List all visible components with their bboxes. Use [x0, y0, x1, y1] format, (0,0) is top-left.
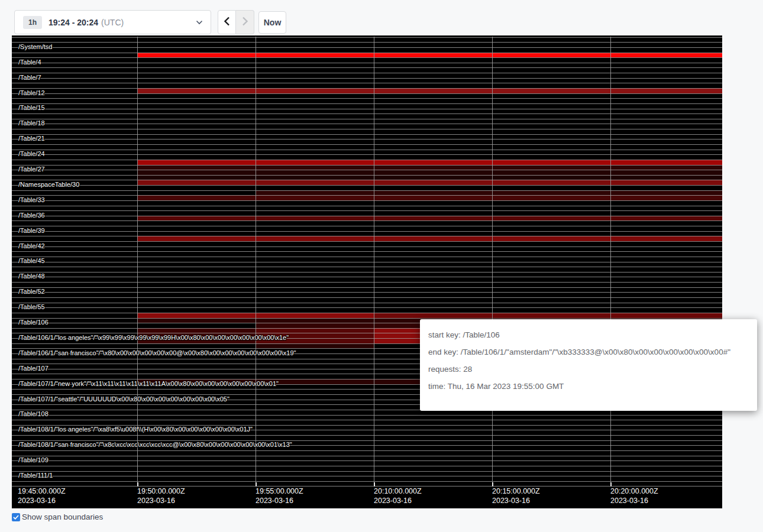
span-boundary-line [12, 109, 722, 109]
span-boundary-line [12, 154, 722, 155]
span-boundary-line [12, 190, 722, 191]
chevron-right-icon [242, 17, 248, 28]
span-boundary-line [12, 303, 722, 303]
span-key-label: /System/tsd [18, 44, 52, 50]
heatmap-band[interactable] [137, 216, 723, 221]
span-boundary-line [12, 318, 722, 319]
show-span-boundaries-checkbox[interactable] [12, 513, 20, 521]
span-boundary-line [12, 67, 722, 68]
heatmap-band[interactable] [256, 343, 374, 349]
axis-tick-date: 2023-03-16 [610, 497, 648, 505]
span-boundary-line [12, 267, 722, 267]
previous-interval-button[interactable] [218, 10, 236, 34]
heatmap-band[interactable] [137, 53, 723, 58]
span-key-label: /Table/109 [18, 457, 49, 463]
span-boundary-line [12, 313, 722, 313]
heatmap-band[interactable] [374, 313, 723, 318]
heatmap-band[interactable] [137, 195, 723, 200]
heatmap-band[interactable] [137, 180, 723, 185]
tooltip-requests: requests: 28 [428, 365, 749, 374]
span-key-label: /Table/107/1/"seattle"/"UUUUUUD\x00\x80\… [18, 396, 229, 403]
span-key-label: /Table/55 [18, 304, 45, 310]
chevron-down-icon [196, 20, 203, 25]
key-visualizer-heatmap[interactable]: /System/tsd/Table/4/Table/7/Table/12/Tab… [12, 35, 722, 508]
span-boundary-line [12, 119, 722, 119]
span-boundary-line [12, 53, 722, 53]
axis-tickmark [610, 482, 612, 486]
span-boundary-line [12, 456, 722, 456]
next-interval-button-disabled[interactable] [236, 10, 254, 34]
span-boundary-line [12, 103, 722, 104]
span-boundary-line [12, 471, 722, 472]
span-boundary-line [12, 226, 722, 226]
span-key-label: /Table/108/1/"san francisco"/"\x8c\xcc\x… [18, 442, 292, 448]
span-boundary-line [12, 292, 722, 293]
span-key-label: /Table/106/1/"los angeles"/"\x99\x99\x99… [18, 335, 289, 341]
now-button[interactable]: Now [258, 11, 286, 34]
span-boundary-line [12, 231, 722, 232]
span-boundary-line [12, 246, 722, 247]
span-boundary-line [12, 210, 722, 211]
span-key-label: /Table/48 [18, 273, 45, 280]
span-key-label: /NamespaceTable/30 [18, 181, 79, 188]
axis-tick-date: 2023-03-16 [492, 497, 530, 505]
span-boundary-line [12, 73, 722, 73]
heatmap-band[interactable] [137, 165, 723, 170]
span-key-label: /Table/108 [18, 411, 49, 417]
heatmap-band[interactable] [137, 236, 723, 241]
span-boundary-line [12, 144, 722, 145]
span-boundary-line [12, 297, 722, 298]
span-key-label: /Table/18 [18, 120, 45, 126]
span-boundary-line [12, 139, 722, 140]
span-boundary-line [12, 476, 722, 476]
time-gridline [137, 37, 138, 486]
heatmap-band[interactable] [137, 88, 723, 93]
span-boundary-line [12, 466, 722, 466]
heatmap-band[interactable] [137, 170, 723, 175]
span-boundary-line [12, 175, 722, 176]
span-boundary-line [12, 98, 722, 99]
axis-tick-time: 20:10:00.000Z [374, 488, 422, 495]
time-gridline [610, 37, 611, 486]
span-boundary-line [12, 113, 722, 114]
time-range-selector[interactable]: 1h 19:24 - 20:24 (UTC) [14, 10, 211, 34]
span-boundary-line [12, 415, 722, 416]
span-boundary-line [12, 251, 722, 252]
span-boundary-line [12, 262, 722, 262]
span-boundary-line [12, 481, 722, 482]
span-boundary-line [12, 83, 722, 83]
span-boundary-line [12, 307, 722, 308]
span-key-label: /Table/15 [18, 105, 45, 111]
chevron-left-icon [224, 17, 230, 28]
span-key-label: /Table/107 [18, 365, 49, 372]
heatmap-band[interactable] [137, 175, 723, 180]
tooltip-time: time: Thu, 16 Mar 2023 19:55:00 GMT [428, 382, 749, 391]
heatmap-band[interactable] [256, 328, 374, 333]
heatmap-band[interactable] [137, 328, 256, 333]
span-boundary-line [12, 257, 722, 257]
span-key-label: /Table/24 [18, 151, 45, 157]
span-boundary-line [12, 37, 722, 38]
span-boundary-line [12, 277, 722, 277]
span-key-label: /Table/27 [18, 166, 45, 173]
time-nav-group [218, 10, 254, 34]
span-boundary-line [12, 42, 722, 43]
span-key-label: /Table/45 [18, 258, 45, 264]
span-boundary-line [12, 236, 722, 236]
heatmap-band[interactable] [137, 160, 723, 165]
axis-tick-time: 19:55:00.000Z [256, 488, 303, 495]
heatmap-band[interactable] [256, 190, 723, 196]
span-key-label: /Table/33 [18, 197, 45, 203]
span-key-label: /Table/107/1/"new york"/"\x11\x11\x11\x1… [18, 381, 279, 387]
span-boundary-line [12, 78, 722, 79]
span-boundary-line [12, 195, 722, 196]
span-boundary-line [12, 124, 722, 124]
axis-tickmark [137, 482, 138, 486]
axis-tickmark [492, 482, 493, 486]
span-key-label: /Table/42 [18, 243, 45, 249]
time-range-timezone: (UTC) [101, 18, 124, 27]
span-key-label: /Table/4 [18, 59, 41, 66]
span-boundary-line [12, 287, 722, 288]
axis-tick-time: 20:15:00.000Z [492, 488, 540, 495]
span-key-label: /Table/12 [18, 90, 45, 96]
